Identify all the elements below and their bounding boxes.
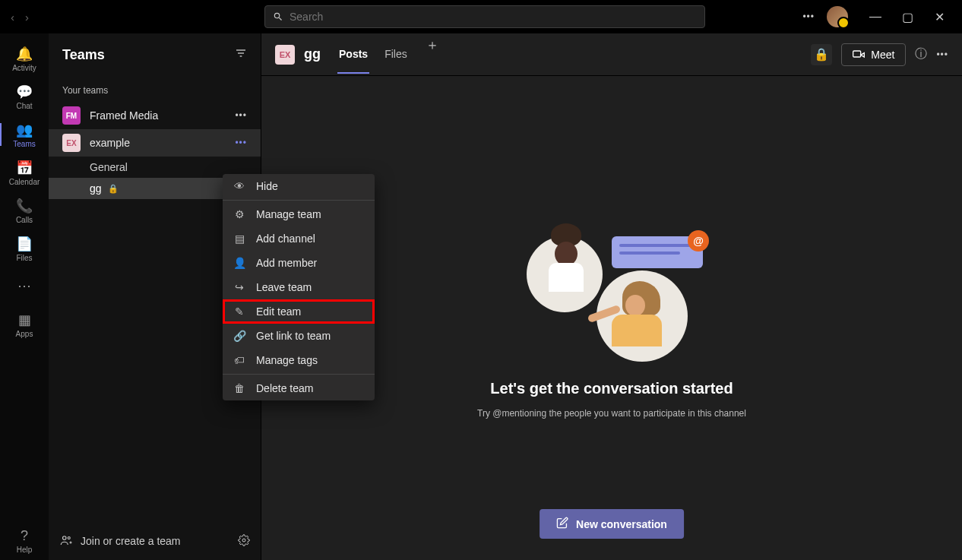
rail-label: Calls — [16, 216, 33, 224]
ctx-manage-team[interactable]: ⚙Manage team — [223, 202, 375, 226]
chat-icon: 💬 — [16, 84, 33, 100]
maximize-icon[interactable]: ▢ — [892, 5, 922, 28]
ctx-manage-tags[interactable]: 🏷Manage tags — [223, 348, 375, 372]
search-input[interactable] — [290, 11, 697, 23]
panel-footer: Join or create a team — [49, 522, 261, 560]
nav-forward-icon[interactable]: › — [22, 8, 32, 27]
pencil-icon: ✎ — [233, 305, 245, 318]
team-name: Framed Media — [90, 109, 158, 122]
svg-point-3 — [63, 536, 67, 539]
info-icon[interactable]: ⓘ — [915, 46, 927, 62]
rail-apps[interactable]: ▦Apps — [4, 305, 45, 343]
svg-point-7 — [242, 539, 245, 542]
rail-files[interactable]: 📄Files — [4, 229, 45, 267]
ctx-separator — [223, 374, 375, 375]
team-more-icon[interactable]: ••• — [235, 138, 247, 148]
ctx-label: Edit team — [256, 305, 301, 318]
rail-teams[interactable]: 👥Teams — [4, 115, 45, 153]
team-row-example[interactable]: EX example ••• — [49, 129, 261, 157]
ctx-label: Add member — [256, 257, 317, 269]
gear-icon[interactable] — [238, 534, 250, 549]
channel-more-icon[interactable]: ••• — [936, 49, 948, 60]
help-icon: ? — [21, 528, 28, 544]
rail-label: Calendar — [9, 178, 40, 186]
apps-icon: ▦ — [18, 312, 31, 328]
rail-label: Teams — [13, 140, 35, 148]
close-icon[interactable]: ✕ — [924, 5, 954, 28]
calls-icon: 📞 — [16, 198, 33, 214]
team-avatar: FM — [62, 106, 81, 125]
ctx-separator — [223, 200, 375, 201]
video-icon — [853, 49, 865, 61]
ctx-hide[interactable]: 👁Hide — [223, 174, 375, 198]
rail-label: Apps — [16, 330, 33, 338]
team-more-icon[interactable]: ••• — [235, 110, 247, 121]
svg-point-4 — [68, 536, 70, 539]
user-avatar[interactable] — [827, 6, 848, 27]
titlebar: ‹ › ••• — ▢ ✕ — [0, 0, 962, 33]
leave-icon: ↪ — [233, 281, 245, 293]
rail-label: Activity — [12, 64, 36, 72]
teams-icon: 👥 — [16, 122, 33, 138]
trash-icon: 🗑 — [233, 382, 245, 394]
tabs: Posts Files ＋ — [337, 36, 439, 74]
ctx-edit-team[interactable]: ✎Edit team — [223, 299, 375, 324]
rail-label: Files — [16, 254, 32, 262]
rail-chat[interactable]: 💬Chat — [4, 78, 45, 115]
channel-name: gg — [90, 182, 102, 195]
channel-header: EX gg Posts Files ＋ 🔒 Meet ⓘ ••• — [261, 33, 962, 76]
ctx-leave-team[interactable]: ↪Leave team — [223, 275, 375, 299]
team-context-menu: 👁Hide ⚙Manage team ▤Add channel 👤Add mem… — [223, 174, 375, 400]
meet-label: Meet — [871, 49, 894, 61]
ctx-delete-team[interactable]: 🗑Delete team — [223, 376, 375, 400]
compose-icon — [556, 517, 568, 531]
titlebar-right: ••• — ▢ ✕ — [802, 5, 954, 28]
new-conversation-button[interactable]: New conversation — [540, 509, 684, 539]
ctx-add-member[interactable]: 👤Add member — [223, 251, 375, 275]
search-box[interactable] — [264, 5, 705, 28]
ctx-label: Manage tags — [256, 354, 318, 366]
join-team-icon[interactable] — [59, 533, 73, 549]
channel-title: gg — [304, 46, 321, 62]
files-icon: 📄 — [16, 236, 33, 252]
window-controls: — ▢ ✕ — [860, 5, 954, 28]
ctx-label: Leave team — [256, 281, 312, 293]
add-member-icon: 👤 — [233, 257, 245, 269]
ctx-label: Hide — [256, 180, 278, 192]
new-conv-label: New conversation — [576, 518, 667, 530]
empty-subtitle: Try @mentioning the people you want to p… — [477, 408, 746, 419]
empty-title: Let's get the conversation started — [490, 380, 733, 397]
ctx-get-link[interactable]: 🔗Get link to team — [223, 324, 375, 348]
link-icon: 🔗 — [233, 330, 245, 342]
teams-header: Teams — [49, 33, 261, 76]
tab-posts[interactable]: Posts — [337, 36, 369, 74]
bell-icon: 🔔 — [16, 46, 33, 62]
ctx-add-channel[interactable]: ▤Add channel — [223, 226, 375, 251]
settings-more-icon[interactable]: ••• — [802, 11, 815, 22]
lock-icon: 🔒 — [108, 184, 119, 194]
lock-icon[interactable]: 🔒 — [811, 44, 832, 65]
rail-calls[interactable]: 📞Calls — [4, 191, 45, 229]
add-tab-icon[interactable]: ＋ — [426, 36, 439, 74]
rail-calendar[interactable]: 📅Calendar — [4, 153, 45, 191]
rail-help[interactable]: ?Help — [4, 522, 45, 560]
ctx-label: Delete team — [256, 382, 313, 394]
rail-activity[interactable]: 🔔Activity — [4, 40, 45, 78]
meet-button[interactable]: Meet — [841, 43, 906, 66]
section-label: Your teams — [49, 79, 261, 102]
nav-back-icon[interactable]: ‹ — [8, 8, 17, 27]
tag-icon: 🏷 — [233, 354, 245, 366]
join-team-label[interactable]: Join or create a team — [81, 535, 181, 547]
team-name: example — [90, 137, 130, 149]
rail-more[interactable]: ⋯ — [4, 267, 45, 305]
team-avatar: EX — [62, 134, 81, 152]
ctx-label: Get link to team — [256, 330, 331, 342]
channel-avatar: EX — [275, 45, 295, 65]
filter-icon[interactable] — [235, 47, 247, 62]
at-badge: @ — [688, 230, 709, 252]
minimize-icon[interactable]: — — [860, 5, 891, 28]
svg-rect-8 — [853, 51, 861, 57]
empty-illustration: @ — [521, 217, 703, 369]
team-row-framed-media[interactable]: FM Framed Media ••• — [49, 102, 261, 129]
tab-files[interactable]: Files — [383, 36, 409, 74]
